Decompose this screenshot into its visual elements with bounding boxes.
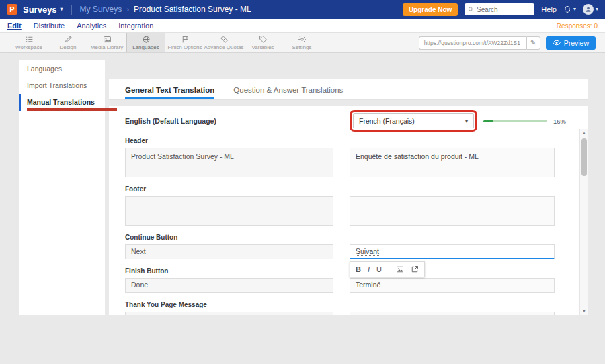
source-text-continue-button: Next [125,244,333,259]
external-link-icon [411,265,419,273]
bell-icon [563,5,571,13]
responses-count[interactable]: Responses: 0 [557,22,598,30]
translation-panel: English (Default Language) French (Franç… [109,106,588,315]
target-text-footer[interactable] [350,196,555,226]
breadcrumb-survey-title: Product Satisfaction Survey - ML [134,5,251,14]
tab-question-answer-translations[interactable]: Question & Answer Translations [233,86,343,99]
toolbar-media-library[interactable]: Media Library [87,33,126,52]
questionpro-app: P Surveys ▾ My Surveys › Product Satisfa… [0,0,605,364]
nav-edit[interactable]: Edit [7,21,22,30]
toolbar-workspace[interactable]: Workspace [9,33,48,52]
breadcrumb: My Surveys › Product Satisfaction Survey… [80,5,251,14]
survey-url[interactable]: https://questionpro.com/t/AW22Zd1S1 [419,36,526,50]
translation-fields: Header Product Satisfaction Survey - ML … [125,137,588,315]
toolbar-languages[interactable]: Languages [126,33,165,52]
search-input[interactable] [477,6,531,13]
translation-tabs: General Text Translation Question & Answ… [109,79,588,100]
translation-progress-bar [483,120,547,122]
scrollbar-thumb[interactable] [581,138,587,176]
field-label: Thank You Page Message [125,301,333,309]
insert-link-button[interactable] [411,265,419,273]
field-row-footer: Footer [125,185,588,226]
chevron-down-icon: ▾ [465,118,468,124]
languages-icon [142,35,151,44]
breadcrumb-separator: › [126,5,129,13]
design-icon [64,35,73,44]
target-text-continue-button[interactable]: Suivant [350,244,555,259]
divider [389,265,389,274]
image-icon [396,265,404,273]
eye-icon [553,40,561,46]
annotation-red-underline [27,108,117,111]
top-bar: P Surveys ▾ My Surveys › Product Satisfa… [0,0,605,19]
toolbar-variables[interactable]: Variables [243,33,282,52]
source-text-header: Product Satisfaction Survey - ML [125,148,333,177]
tab-general-text-translation[interactable]: General Text Translation [125,86,214,99]
sidebar-item-languages[interactable]: Languages [19,60,105,77]
search-icon [468,6,474,13]
finish-options-icon [181,35,190,44]
nav-analytics[interactable]: Analytics [77,21,106,30]
toolbar-settings[interactable]: Settings [282,33,321,52]
source-language-label: English (Default Language) [125,117,333,125]
field-row-continue-button: Continue Button Next Suivant B I U [125,234,588,259]
format-toolbar: B I U [350,261,425,277]
toolbar-right: https://questionpro.com/t/AW22Zd1S1 ✎ Pr… [419,33,596,52]
language-row-right: French (Français) ▾ 16% [350,110,566,132]
field-row-header: Header Product Satisfaction Survey - ML … [125,137,588,177]
avatar [583,4,594,15]
annotation-red-box: French (Français) ▾ [350,110,477,132]
topbar-right: Upgrade Now Help ▾ [403,3,598,16]
toolbar-design[interactable]: Design [48,33,87,52]
content-area: Languages Import Translations Manual Tra… [0,53,605,364]
surveys-menu[interactable]: Surveys ▾ [23,5,63,15]
insert-image-button[interactable] [396,265,404,273]
upgrade-now-button[interactable]: Upgrade Now [403,3,458,16]
language-row: English (Default Language) French (Franç… [125,110,588,132]
progress-percent-label: 16% [553,118,566,125]
search-box [465,3,534,15]
breadcrumb-my-surveys[interactable]: My Surveys [80,5,122,14]
nav-distribute[interactable]: Distribute [34,21,65,30]
source-text-footer [125,196,333,226]
selected-language: French (Français) [359,117,415,125]
sidebar-item-import-translations[interactable]: Import Translations [19,77,105,94]
variables-icon [259,35,268,44]
preview-button[interactable]: Preview [546,36,596,50]
edit-url-button[interactable]: ✎ [526,36,540,50]
target-text-header[interactable]: Enquête de satisfaction du produit - ML [350,148,555,177]
source-text-thank-you [125,312,333,315]
target-text-finish-button[interactable]: Terminé [350,278,555,293]
sidebar-item-manual-translations[interactable]: Manual Translations [19,94,105,111]
underline-button[interactable]: U [376,265,382,273]
scroll-up-arrow[interactable]: ▲ [580,129,588,137]
notifications-button[interactable]: ▾ [563,5,576,13]
scrollbar[interactable]: ▲ ▼ [579,129,588,315]
chevron-down-icon: ▾ [596,7,598,12]
help-link[interactable]: Help [541,5,557,13]
field-row-thank-you-message: Thank You Page Message [125,301,588,315]
scroll-down-arrow[interactable]: ▼ [580,307,588,315]
user-icon [585,6,592,13]
settings-sidebar: Languages Import Translations Manual Tra… [19,60,105,315]
field-label: Finish Button [125,267,333,275]
main-nav: Edit Distribute Analytics Integration Re… [0,19,605,32]
account-menu[interactable]: ▾ [583,4,598,15]
surveys-menu-label: Surveys [23,5,57,15]
field-label: Footer [125,185,333,193]
bold-button[interactable]: B [356,265,361,273]
sidebar-item-label: Manual Translations [27,98,95,106]
workspace-icon [25,35,34,44]
pencil-icon: ✎ [530,39,536,46]
italic-button[interactable]: I [368,265,370,273]
toolbar-finish-options[interactable]: Finish Options [165,33,204,52]
toolbar-advance-quotas[interactable]: Advance Quotas [204,33,243,52]
nav-integration[interactable]: Integration [118,21,153,30]
target-language-select[interactable]: French (Français) ▾ [353,113,474,128]
chevron-down-icon: ▾ [61,7,63,12]
survey-url-group: https://questionpro.com/t/AW22Zd1S1 ✎ [419,36,540,50]
scrollbar-track[interactable] [580,137,588,307]
target-text-thank-you[interactable] [350,312,555,315]
field-label: Continue Button [125,234,333,242]
survey-toolbar: Workspace Design Media Library Languages [0,32,605,53]
